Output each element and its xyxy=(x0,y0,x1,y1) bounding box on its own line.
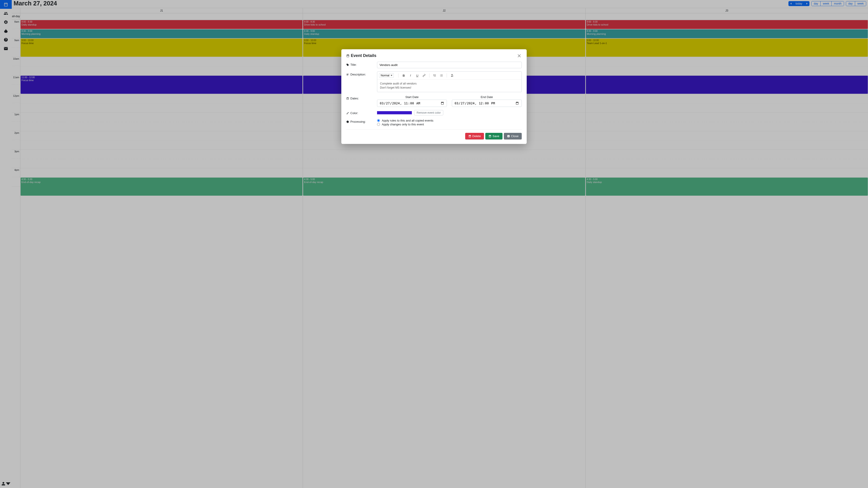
ordered-list-button[interactable] xyxy=(432,72,438,78)
heading-select[interactable]: Normal xyxy=(379,73,394,78)
close-button[interactable]: Close xyxy=(504,133,522,139)
modal-overlay[interactable]: Event Details Title: Description: xyxy=(0,0,868,488)
rich-editor: Normal B I U xyxy=(377,71,522,92)
bold-button[interactable]: B xyxy=(401,72,407,78)
list-ul-icon xyxy=(440,74,443,77)
underline-button[interactable]: U xyxy=(414,72,420,78)
list-ol-icon xyxy=(433,74,436,77)
underline-icon: U xyxy=(416,74,418,77)
end-date-input[interactable] xyxy=(452,100,522,107)
editor-body[interactable]: Complete audit of all vendors Don't forg… xyxy=(377,79,522,92)
start-date-label: Start Date xyxy=(377,95,447,99)
modal-title-text: Event Details xyxy=(351,53,376,58)
title-input[interactable] xyxy=(377,62,522,68)
color-swatch[interactable] xyxy=(377,111,412,114)
title-label: Title: xyxy=(346,62,377,66)
remove-color-button[interactable]: Remove event color xyxy=(414,110,443,116)
modal-close-button[interactable] xyxy=(517,54,522,58)
processing-radio-one[interactable] xyxy=(377,123,380,126)
calendar-check-icon xyxy=(489,135,491,138)
x-square-icon xyxy=(507,135,510,138)
calendar-icon xyxy=(346,97,349,100)
processing-opt-all[interactable]: Apply rules to this and all copied event… xyxy=(377,119,522,123)
link-icon xyxy=(423,74,426,77)
color-label: Color: xyxy=(346,110,377,115)
clear-format-button[interactable] xyxy=(449,72,455,78)
editor-toolbar: Normal B I U xyxy=(377,72,522,79)
dates-label: Dates: xyxy=(346,95,377,100)
clear-format-icon xyxy=(451,74,454,77)
calendar-x-icon xyxy=(468,135,471,138)
event-modal: Event Details Title: Description: xyxy=(341,49,527,144)
start-date-input[interactable] xyxy=(377,100,447,107)
italic-button[interactable]: I xyxy=(408,72,413,78)
processing-opt-one[interactable]: Apply changes only to this event xyxy=(377,123,522,126)
description-label: Description: xyxy=(346,71,377,76)
processing-radio-all[interactable] xyxy=(377,119,380,122)
calendar-icon xyxy=(346,54,349,57)
close-icon xyxy=(518,54,521,57)
processing-label: Processing: xyxy=(346,119,377,123)
align-left-icon xyxy=(346,73,349,76)
cog-icon xyxy=(346,121,349,123)
bold-icon: B xyxy=(403,74,405,77)
delete-button[interactable]: Delete xyxy=(465,133,484,139)
modal-title: Event Details xyxy=(346,53,376,58)
link-button[interactable] xyxy=(421,72,427,78)
unordered-list-button[interactable] xyxy=(438,72,444,78)
brush-icon xyxy=(346,112,349,115)
end-date-label: End Date xyxy=(452,95,522,99)
italic-icon: I xyxy=(410,74,411,77)
save-button[interactable]: Save xyxy=(485,133,502,139)
tag-icon xyxy=(346,64,349,66)
